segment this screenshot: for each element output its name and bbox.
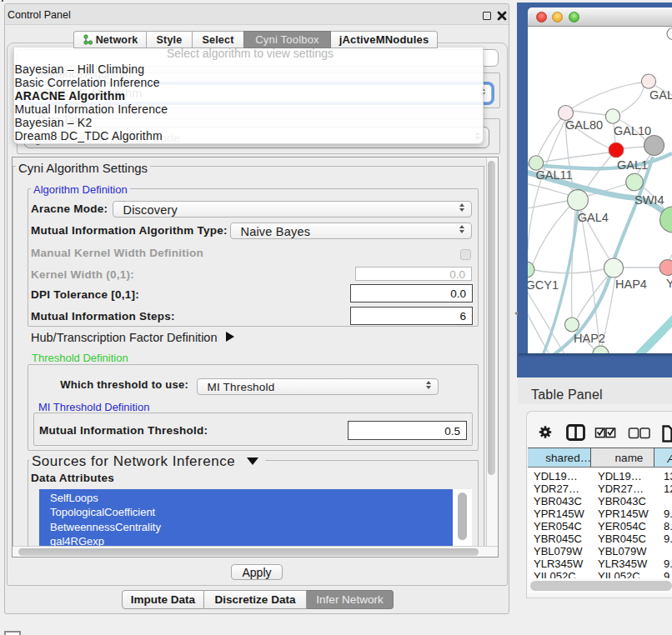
svg-text:GAL: GAL <box>649 88 672 102</box>
svg-text:GCY1: GCY1 <box>528 278 559 292</box>
svg-text:SWI4: SWI4 <box>634 193 664 207</box>
svg-text:GAL80: GAL80 <box>565 118 603 132</box>
svg-text:Y: Y <box>666 277 672 290</box>
svg-text:HAP2: HAP2 <box>574 332 605 345</box>
svg-text:GAL1: GAL1 <box>617 158 648 172</box>
svg-text:GAL11: GAL11 <box>536 168 573 182</box>
svg-text:GAL10: GAL10 <box>614 124 651 138</box>
svg-text:HAP4: HAP4 <box>615 278 647 291</box>
svg-text:GAL4: GAL4 <box>578 211 609 224</box>
